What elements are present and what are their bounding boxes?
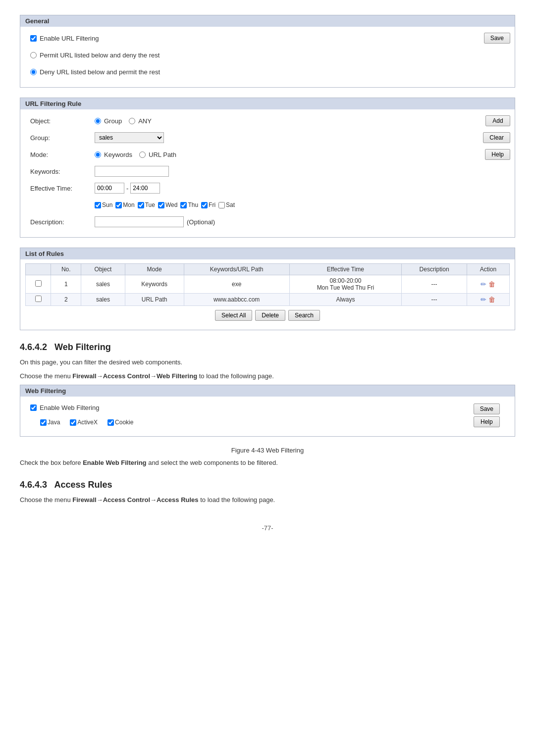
general-save-button[interactable]: Save	[484, 33, 510, 44]
web-filtering-controls: Enable Web Filtering Java	[30, 402, 474, 431]
wf-desc-bold: Enable Web Filtering	[83, 459, 146, 466]
permit-label: Permit URL listed below and deny the res…	[40, 51, 160, 59]
web-filtering-header: Web Filtering	[20, 385, 515, 397]
url-filtering-rule-panel: URL Filtering Rule Object: Group ANY Add	[20, 98, 515, 238]
web-filtering-body: Enable Web Filtering Java	[20, 397, 515, 436]
day-sun-checkbox[interactable]	[95, 202, 101, 208]
table-row: 1 sales Keywords exe 08:00-20:00 Mon Tue…	[26, 275, 510, 294]
day-mon: Mon	[115, 202, 134, 208]
row2-checkbox[interactable]	[35, 296, 42, 302]
enable-web-filtering-row: Enable Web Filtering	[30, 402, 474, 413]
table-header-row: No. Object Mode Keywords/URL Path Effect…	[26, 264, 510, 275]
day-sun: Sun	[95, 202, 112, 208]
day-thu-checkbox[interactable]	[180, 202, 187, 208]
deny-radio[interactable]	[30, 69, 37, 75]
activex-checkbox[interactable]	[70, 419, 76, 426]
cookie-checkbox[interactable]	[107, 419, 114, 426]
mode-keywords-radio[interactable]	[95, 151, 101, 158]
day-tue-label: Tue	[145, 202, 155, 208]
time-to-input[interactable]	[130, 183, 160, 194]
description-input[interactable]	[95, 216, 184, 227]
deny-row: Deny URL listed below and permit the res…	[30, 65, 505, 78]
add-button[interactable]: Add	[485, 115, 510, 126]
search-button[interactable]: Search	[288, 310, 320, 321]
figure-43-caption: Figure 4-43 Web Filtering	[20, 447, 515, 454]
description-content: (Optional)	[95, 216, 505, 227]
row1-checkbox[interactable]	[35, 280, 42, 287]
object-any-label: ANY	[138, 117, 152, 125]
section-462-intro: On this page, you can filter the desired…	[20, 357, 515, 367]
keywords-label: Keywords:	[30, 168, 95, 175]
delete-button[interactable]: Delete	[255, 310, 285, 321]
row1-object: sales	[81, 275, 125, 294]
web-filtering-description: Check the box before Enable Web Filterin…	[20, 458, 515, 468]
col-keywords-url: Keywords/URL Path	[184, 264, 289, 275]
keywords-input[interactable]	[95, 166, 169, 177]
table-row: 2 sales URL Path www.aabbcc.com Always -…	[26, 294, 510, 306]
section-463-number: 4.6.4.3	[20, 480, 47, 490]
day-mon-checkbox[interactable]	[115, 202, 122, 208]
clear-button[interactable]: Clear	[483, 132, 510, 143]
row2-action-icons: ✏ 🗑	[471, 296, 505, 303]
enable-url-filtering-checkbox[interactable]	[30, 35, 37, 42]
activex-option: ActiveX	[70, 419, 98, 426]
row1-time-line2: Mon Tue Wed Thu Fri	[294, 284, 398, 291]
web-filtering-sub-checks: Java ActiveX Cookie	[40, 419, 133, 426]
row2-effective-time: Always	[289, 294, 402, 306]
object-any-radio[interactable]	[129, 118, 135, 124]
day-sat: Sat	[218, 202, 235, 208]
web-filtering-save-button[interactable]: Save	[474, 403, 500, 414]
col-mode: Mode	[125, 264, 184, 275]
row2-edit-icon[interactable]: ✏	[481, 296, 486, 303]
col-effective-time: Effective Time	[289, 264, 402, 275]
java-label: Java	[48, 419, 60, 426]
mode-content: Keywords URL Path	[95, 151, 505, 158]
enable-web-filtering-checkbox[interactable]	[30, 404, 37, 411]
object-content: Group ANY	[95, 117, 505, 125]
row1-checkbox-cell	[26, 275, 51, 294]
day-tue: Tue	[138, 202, 155, 208]
java-option: Java	[40, 419, 60, 426]
day-tue-checkbox[interactable]	[138, 202, 144, 208]
time-range: -	[95, 183, 160, 194]
row1-edit-icon[interactable]: ✏	[481, 280, 486, 288]
day-wed-checkbox[interactable]	[158, 202, 164, 208]
section-462-heading: 4.6.4.2 Web Filtering	[20, 342, 515, 353]
section-462-number: 4.6.4.2	[20, 342, 47, 352]
mode-url-radio[interactable]	[139, 151, 146, 158]
object-group-radio[interactable]	[95, 118, 101, 124]
row1-delete-icon[interactable]: 🗑	[488, 280, 495, 288]
group-select[interactable]: sales	[95, 132, 164, 143]
section-463-menu-path: Firewall→Access Control→Access Rules	[72, 496, 198, 504]
day-sat-checkbox[interactable]	[218, 202, 225, 208]
mode-keywords-label: Keywords	[104, 151, 132, 158]
permit-radio[interactable]	[30, 52, 37, 58]
java-checkbox[interactable]	[40, 419, 47, 426]
day-fri: Fri	[201, 202, 215, 208]
web-filtering-wrapper: Web Filtering Enable Web Filtering	[20, 385, 515, 437]
page-container: General Enable URL Filtering Save Permit…	[20, 15, 515, 532]
cookie-label: Cookie	[115, 419, 133, 426]
day-fri-checkbox[interactable]	[201, 202, 208, 208]
deny-label: Deny URL listed below and permit the res…	[40, 68, 160, 76]
col-action: Action	[467, 264, 509, 275]
web-filtering-panel: Web Filtering Enable Web Filtering	[20, 385, 515, 437]
section-463-menu: Choose the menu Firewall→Access Control→…	[20, 495, 515, 505]
activex-label: ActiveX	[77, 419, 98, 426]
mode-label: Mode:	[30, 151, 95, 158]
help-button[interactable]: Help	[485, 149, 510, 160]
description-row: Description: (Optional)	[30, 215, 505, 228]
general-panel-body: Enable URL Filtering Save Permit URL lis…	[20, 27, 515, 87]
row1-keywords: exe	[184, 275, 289, 294]
row1-effective-time: 08:00-20:00 Mon Tue Wed Thu Fri	[289, 275, 402, 294]
enable-url-filtering-label: Enable URL Filtering	[40, 35, 99, 42]
web-filtering-buttons: Save Help	[474, 402, 505, 427]
select-all-button[interactable]: Select All	[215, 310, 252, 321]
web-filtering-help-button[interactable]: Help	[474, 416, 500, 427]
row2-delete-icon[interactable]: 🗑	[488, 296, 495, 303]
col-object: Object	[81, 264, 125, 275]
row2-checkbox-cell	[26, 294, 51, 306]
mode-row: Mode: Keywords URL Path Help	[30, 148, 505, 161]
table-buttons: Select All Delete Search	[25, 310, 510, 326]
time-from-input[interactable]	[95, 183, 124, 194]
